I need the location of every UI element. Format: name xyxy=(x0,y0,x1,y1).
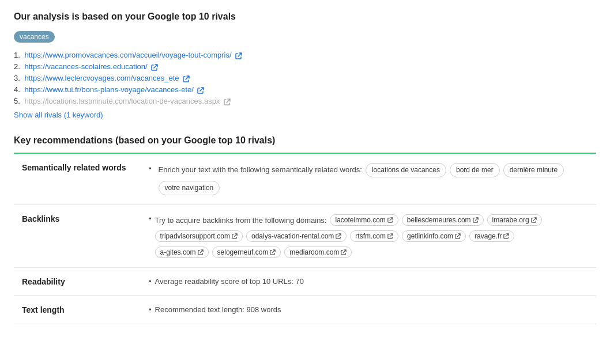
table-row: Semantically related words Enrich your t… xyxy=(14,153,596,205)
table-row: Text length Recommended text length: 908… xyxy=(14,296,596,324)
rival-url-faded: https://locations.lastminute.com/locatio… xyxy=(24,97,220,105)
domain-tag: imarabe.org xyxy=(487,214,542,226)
list-item: 2. https://vacances-scolaires.education/ xyxy=(14,62,596,71)
external-link-icon xyxy=(232,233,238,239)
rival-num: 3. xyxy=(14,74,20,82)
row-content-readability: Average readability score of top 10 URLs… xyxy=(141,268,596,296)
rival-num: 2. xyxy=(14,62,20,71)
external-link-icon xyxy=(387,217,393,223)
domain-tag: odalys-vacation-rental.com xyxy=(246,230,347,242)
list-item: 5. https://locations.lastminute.com/loca… xyxy=(14,97,596,105)
rival-url[interactable]: https://www.promovacances.com/accueil/vo… xyxy=(24,51,231,59)
domain-tag: mediaroom.com xyxy=(284,247,352,258)
domain-tag: a-gites.com xyxy=(155,247,209,258)
rival-num: 1. xyxy=(14,51,20,59)
external-link-icon xyxy=(224,98,231,105)
keyword-badge: vacances xyxy=(14,31,55,43)
domain-tag: rtsfm.com xyxy=(350,230,398,242)
list-item: 1. https://www.promovacances.com/accueil… xyxy=(14,51,596,59)
external-link-icon xyxy=(235,52,242,59)
external-link-icon xyxy=(387,233,393,239)
external-link-icon xyxy=(531,217,537,223)
table-row: Readability Average readability score of… xyxy=(14,268,596,296)
recommendations-table: Semantically related words Enrich your t… xyxy=(14,153,596,324)
semantic-tag: bord de mer xyxy=(450,163,500,177)
external-link-icon xyxy=(270,249,276,255)
semantic-tag: locations de vacances xyxy=(366,163,446,177)
domain-tag: selogerneuf.com xyxy=(212,247,281,258)
rival-num: 5. xyxy=(14,97,20,105)
external-link-icon xyxy=(198,249,204,255)
external-link-icon xyxy=(197,87,204,94)
domain-tag: getlinkinfo.com xyxy=(402,230,466,242)
bullet-description: Enrich your text with the following sema… xyxy=(159,164,362,176)
backlinks-description: Try to acquire backlinks from the follow… xyxy=(155,216,327,225)
external-link-icon xyxy=(336,233,341,239)
rival-url[interactable]: https://www.tui.fr/bons-plans-voyage/vac… xyxy=(24,85,193,94)
row-label-semantically: Semantically related words xyxy=(14,153,141,205)
rival-url[interactable]: https://vacances-scolaires.education/ xyxy=(24,62,147,71)
external-link-icon xyxy=(341,249,347,255)
domain-tag: lacoteimmo.com xyxy=(330,214,398,226)
rivals-list: 1. https://www.promovacances.com/accueil… xyxy=(14,51,596,105)
row-label-text-length: Text length xyxy=(14,296,141,324)
row-content-backlinks: • Try to acquire backlinks from the foll… xyxy=(141,205,596,268)
domain-tag: ravage.fr xyxy=(469,230,514,242)
text-length-text: Recommended text length: 908 words xyxy=(155,305,281,314)
show-all-rivals-link[interactable]: Show all rivals (1 keyword) xyxy=(14,111,103,119)
external-link-icon xyxy=(473,217,479,223)
external-link-icon xyxy=(503,233,509,239)
row-label-readability: Readability xyxy=(14,268,141,296)
external-link-icon xyxy=(455,233,461,239)
semantic-tag: votre navigation xyxy=(159,181,220,195)
external-link-icon xyxy=(183,75,190,82)
list-item: 3. https://www.leclercvoyages.com/vacanc… xyxy=(14,74,596,82)
row-label-backlinks: Backlinks xyxy=(14,205,141,268)
row-content-text-length: Recommended text length: 908 words xyxy=(141,296,596,324)
readability-text: Average readability score of top 10 URLs… xyxy=(155,277,304,286)
domain-tag: bellesdemeures.com xyxy=(402,214,484,226)
page-title: Our analysis is based on your Google top… xyxy=(14,12,596,22)
rival-url[interactable]: https://www.leclercvoyages.com/vacances_… xyxy=(24,74,179,82)
recommendations-title: Key recommendations (based on your Googl… xyxy=(14,135,596,146)
row-content-semantically: Enrich your text with the following sema… xyxy=(141,153,596,205)
domain-tag: tripadvisorsupport.com xyxy=(155,230,243,242)
rival-num: 4. xyxy=(14,85,20,94)
list-item: 4. https://www.tui.fr/bons-plans-voyage/… xyxy=(14,85,596,94)
table-row: Backlinks • Try to acquire backlinks fro… xyxy=(14,205,596,268)
external-link-icon xyxy=(151,64,158,71)
semantic-tag: dernière minute xyxy=(503,163,564,177)
